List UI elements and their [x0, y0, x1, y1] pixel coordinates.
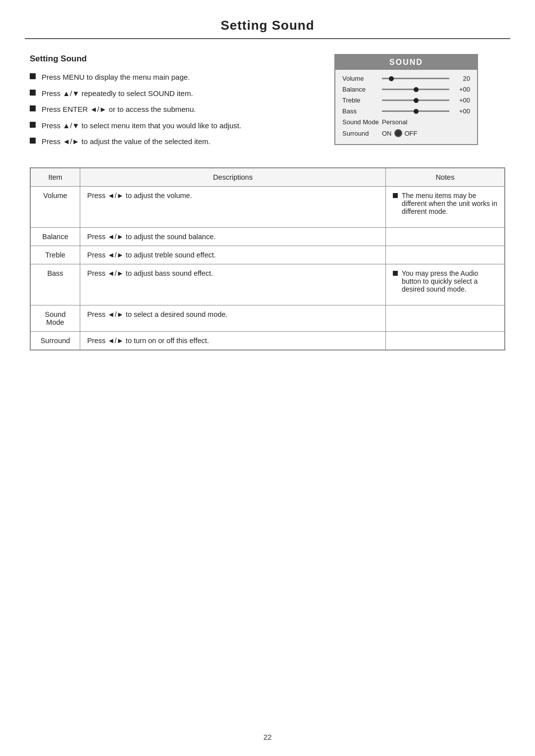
- surround-off-label: OFF: [405, 130, 418, 137]
- slider-thumb: [414, 109, 419, 114]
- col-header-item: Item: [31, 168, 80, 186]
- sound-panel-body: Volume 20 Balance +00 Treble +0: [335, 70, 477, 144]
- table-row: BalancePress ◄/► to adjust the sound bal…: [31, 227, 505, 246]
- table-cell-desc: Press ◄/► to select a desired sound mode…: [80, 305, 386, 331]
- note-square: [393, 271, 398, 276]
- bullet-item: Press ◄/► to adjust the value of the sel…: [30, 136, 287, 148]
- sound-value: +00: [452, 86, 470, 93]
- table-cell-notes: [386, 305, 505, 331]
- sound-slider-row: Bass +00: [342, 107, 470, 115]
- sound-row-label: Volume: [342, 75, 382, 82]
- table-cell-item: Volume: [31, 186, 80, 227]
- bullet-item: Press ENTER ◄/► or to access the submenu…: [30, 104, 287, 115]
- sound-mode-value: Personal: [382, 118, 407, 126]
- sound-row-label: Treble: [342, 97, 382, 104]
- right-section: SOUND Volume 20 Balance +00 Treble: [307, 54, 505, 152]
- bullet-item: Press ▲/▼ repeatedly to select SOUND ite…: [30, 88, 287, 100]
- sound-slider: [382, 110, 449, 112]
- note-square: [393, 193, 398, 198]
- table-row: BassPress ◄/► to adjust bass sound effec…: [31, 264, 505, 305]
- note-text: You may press the Audio button to quickl…: [402, 269, 497, 293]
- bullet-square: [30, 90, 36, 96]
- sound-mode-label: Sound Mode: [342, 118, 382, 126]
- page-title: Setting Sound: [0, 0, 535, 38]
- sound-panel: SOUND Volume 20 Balance +00 Treble: [334, 54, 478, 145]
- table-cell-desc: Press ◄/► to adjust bass sound effect.: [80, 264, 386, 305]
- table-cell-item: Surround: [31, 331, 80, 350]
- bullet-square: [30, 105, 36, 111]
- slider-track: [382, 78, 449, 79]
- bullet-list: Press MENU to display the menu main page…: [30, 72, 287, 148]
- bullet-square: [30, 122, 36, 128]
- table-row: Sound ModePress ◄/► to select a desired …: [31, 305, 505, 331]
- surround-on-label: ON: [382, 130, 392, 137]
- slider-thumb: [414, 98, 419, 103]
- table-cell-desc: Press ◄/► to adjust the volume.: [80, 186, 386, 227]
- sound-mode-row: Sound Mode Personal: [342, 118, 470, 126]
- table-section: Item Descriptions Notes VolumePress ◄/► …: [30, 167, 505, 351]
- table-cell-desc: Press ◄/► to adjust the sound balance.: [80, 227, 386, 246]
- table-cell-notes: You may press the Audio button to quickl…: [386, 264, 505, 305]
- sound-value: +00: [452, 97, 470, 104]
- section-heading: Setting Sound: [30, 54, 287, 64]
- table-cell-notes: The menu items may be different when the…: [386, 186, 505, 227]
- slider-thumb: [414, 87, 419, 92]
- table-cell-item: Treble: [31, 246, 80, 264]
- bullet-square: [30, 73, 36, 79]
- bullet-text: Press ▲/▼ to select menu item that you w…: [42, 120, 241, 132]
- slider-track: [382, 100, 449, 101]
- main-content-area: Setting Sound Press MENU to display the …: [0, 54, 535, 152]
- page-number: 22: [0, 733, 535, 741]
- col-header-notes: Notes: [386, 168, 505, 186]
- sound-value: +00: [452, 107, 470, 115]
- sound-row-label: Bass: [342, 107, 382, 115]
- sound-slider: [382, 100, 449, 101]
- title-divider: [25, 38, 510, 39]
- sound-slider-row: Volume 20: [342, 75, 470, 82]
- bullet-text: Press ▲/▼ repeatedly to select SOUND ite…: [42, 88, 193, 100]
- table-cell-item: Sound Mode: [31, 305, 80, 331]
- bullet-square: [30, 138, 36, 144]
- surround-toggle-button[interactable]: [394, 129, 402, 137]
- sound-slider-row: Balance +00: [342, 86, 470, 93]
- table-cell-notes: [386, 227, 505, 246]
- slider-thumb: [389, 76, 394, 81]
- slider-track: [382, 89, 449, 90]
- table-cell-desc: Press ◄/► to adjust treble sound effect.: [80, 246, 386, 264]
- table-cell-item: Balance: [31, 227, 80, 246]
- main-table: Item Descriptions Notes VolumePress ◄/► …: [30, 168, 505, 350]
- bullet-item: Press ▲/▼ to select menu item that you w…: [30, 120, 287, 132]
- table-header-row: Item Descriptions Notes: [31, 168, 505, 186]
- table-row: VolumePress ◄/► to adjust the volume.The…: [31, 186, 505, 227]
- sound-value: 20: [452, 75, 470, 82]
- sound-panel-title: SOUND: [335, 55, 477, 70]
- col-header-desc: Descriptions: [80, 168, 386, 186]
- table-cell-notes: [386, 331, 505, 350]
- table-cell-desc: Press ◄/► to turn on or off this effect.: [80, 331, 386, 350]
- surround-row: Surround ON OFF: [342, 129, 470, 137]
- table-cell-notes: [386, 246, 505, 264]
- table-cell-item: Bass: [31, 264, 80, 305]
- surround-toggle: ON OFF: [382, 129, 418, 137]
- note-item: The menu items may be different when the…: [393, 192, 497, 215]
- sound-row-label: Balance: [342, 86, 382, 93]
- bullet-text: Press MENU to display the menu main page…: [42, 72, 190, 83]
- bullet-item: Press MENU to display the menu main page…: [30, 72, 287, 83]
- sound-slider: [382, 89, 449, 90]
- note-item: You may press the Audio button to quickl…: [393, 269, 497, 293]
- bullet-text: Press ENTER ◄/► or to access the submenu…: [42, 104, 196, 115]
- surround-label: Surround: [342, 130, 382, 137]
- note-text: The menu items may be different when the…: [402, 192, 497, 215]
- sound-slider-row: Treble +00: [342, 97, 470, 104]
- slider-track: [382, 110, 449, 112]
- table-row: TreblePress ◄/► to adjust treble sound e…: [31, 246, 505, 264]
- sound-slider: [382, 78, 449, 79]
- bullet-text: Press ◄/► to adjust the value of the sel…: [42, 136, 211, 148]
- left-section: Setting Sound Press MENU to display the …: [30, 54, 287, 152]
- table-row: SurroundPress ◄/► to turn on or off this…: [31, 331, 505, 350]
